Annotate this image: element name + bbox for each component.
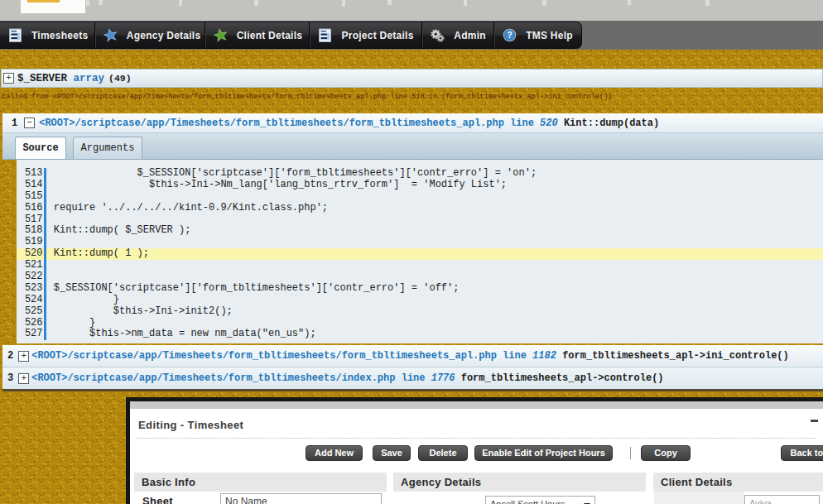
- svg-text:?: ?: [508, 31, 513, 40]
